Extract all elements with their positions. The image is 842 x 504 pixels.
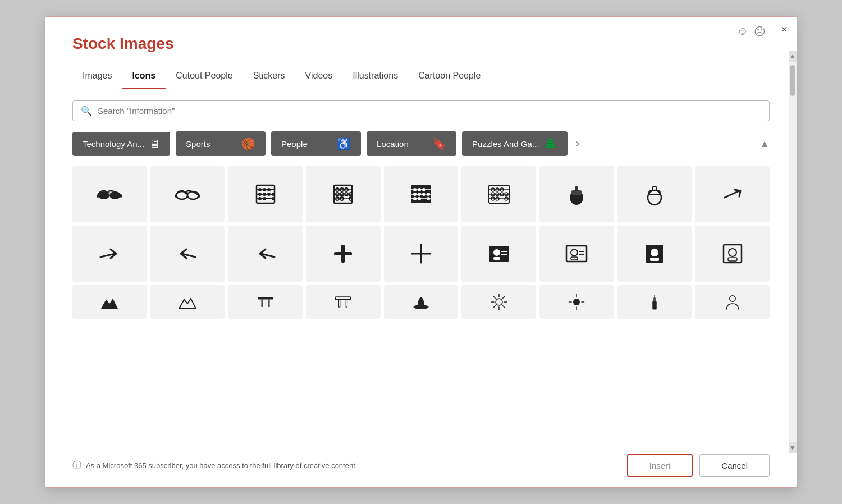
tab-icons[interactable]: Icons [122, 66, 166, 89]
svg-rect-82 [571, 257, 578, 260]
puzzles-icon: 🌲 [543, 137, 557, 150]
icon-table-outline[interactable] [306, 285, 381, 319]
sports-icon: 🏀 [241, 137, 255, 150]
happy-icon[interactable]: ☺ [737, 25, 748, 38]
icon-person-outline[interactable] [695, 285, 770, 319]
svg-point-45 [418, 193, 421, 196]
category-technology-label: Technology An... [83, 139, 144, 149]
icon-acorn-outline[interactable] [617, 166, 692, 222]
svg-point-115 [729, 296, 735, 302]
svg-point-81 [571, 249, 578, 256]
scrollbar-thumb[interactable] [790, 65, 795, 96]
search-bar: 🔍 [72, 100, 770, 121]
svg-rect-90 [728, 258, 737, 261]
close-button[interactable]: × [781, 24, 788, 35]
category-puzzles[interactable]: Puzzles And Ga... 🌲 [462, 131, 568, 156]
icon-arrow-left[interactable] [228, 226, 303, 282]
svg-rect-112 [652, 301, 657, 310]
icon-table[interactable] [228, 285, 303, 319]
icon-3d-glasses-filled[interactable] [72, 166, 147, 222]
dialog-title: Stock Images [72, 35, 770, 53]
icons-grid-row2 [72, 226, 770, 282]
icon-id-card-filled[interactable] [617, 226, 692, 282]
svg-rect-8 [198, 194, 200, 198]
category-row: Technology An... 🖥 Sports 🏀 People ♿ Loc… [45, 121, 797, 156]
tab-stickers[interactable]: Stickers [243, 66, 295, 89]
category-sports-label: Sports [186, 139, 210, 149]
svg-rect-67 [575, 186, 578, 191]
category-people[interactable]: People ♿ [271, 131, 361, 156]
svg-rect-93 [268, 300, 269, 308]
category-location-label: Location [377, 139, 409, 149]
tab-cartoon-people[interactable]: Cartoon People [408, 66, 491, 89]
sad-icon[interactable]: ☹ [754, 25, 766, 38]
category-next-button[interactable]: › [575, 136, 579, 151]
category-puzzles-label: Puzzles And Ga... [472, 139, 539, 149]
icon-candle[interactable] [617, 285, 692, 319]
footer-info-text: As a Microsoft 365 subscriber, you have … [86, 461, 357, 470]
category-technology[interactable]: Technology An... 🖥 [72, 132, 170, 156]
icon-sun-filled[interactable] [539, 285, 614, 319]
svg-line-105 [502, 296, 504, 298]
svg-point-19 [272, 193, 275, 196]
svg-rect-87 [650, 258, 659, 261]
icon-abacus-filled[interactable] [228, 166, 303, 222]
svg-rect-3 [97, 194, 99, 198]
svg-point-86 [651, 249, 658, 256]
search-bar-wrap: 🔍 [45, 89, 797, 121]
icon-hat[interactable] [384, 285, 459, 319]
icon-mountain[interactable] [72, 285, 147, 319]
scrollbar-up-arrow[interactable]: ▲ [759, 138, 770, 150]
svg-point-68 [648, 190, 661, 205]
icon-abacus-outline2[interactable] [461, 166, 536, 222]
tab-illustrations[interactable]: Illustrations [342, 66, 408, 89]
svg-point-21 [263, 197, 266, 200]
icon-abacus-outline[interactable] [306, 166, 381, 222]
svg-line-106 [493, 306, 495, 308]
svg-point-76 [493, 249, 500, 256]
icon-abacus-dark-filled[interactable] [384, 166, 459, 222]
icon-acorn-filled[interactable] [539, 166, 614, 222]
svg-rect-77 [493, 257, 500, 260]
svg-point-50 [427, 197, 430, 200]
svg-rect-88 [724, 245, 742, 263]
svg-point-15 [267, 188, 271, 191]
category-location[interactable]: Location 🔖 [367, 131, 456, 156]
svg-point-107 [573, 299, 580, 305]
tab-videos[interactable]: Videos [295, 66, 343, 89]
icon-arrow-diagonal-right[interactable] [695, 166, 770, 222]
tab-images[interactable]: Images [72, 66, 122, 89]
svg-point-48 [413, 197, 417, 200]
icon-3d-glasses-outline[interactable] [150, 166, 225, 222]
stock-images-dialog: × ☺ ☹ Stock Images Images Icons Cutout P… [45, 16, 797, 488]
icon-mountain-outline[interactable] [150, 285, 225, 319]
scrollbar: ▲ ▼ [789, 51, 797, 453]
info-icon: ⓘ [72, 460, 81, 471]
icon-sun-outline[interactable] [461, 285, 536, 319]
scrollbar-down-btn[interactable]: ▼ [789, 442, 797, 453]
search-input[interactable] [98, 106, 761, 116]
cancel-button[interactable]: Cancel [699, 454, 770, 477]
icon-plus-filled[interactable] [306, 226, 381, 282]
feedback-icons: ☺ ☹ [737, 25, 766, 38]
svg-point-14 [263, 188, 266, 191]
icon-address-card-outline[interactable] [539, 226, 614, 282]
icon-arrow-left-up[interactable] [150, 226, 225, 282]
svg-point-49 [418, 197, 421, 200]
svg-point-16 [258, 193, 262, 196]
category-people-label: People [281, 139, 308, 149]
location-icon: 🔖 [432, 137, 446, 150]
icon-plus-outline[interactable] [384, 226, 459, 282]
people-icon: ♿ [337, 137, 351, 150]
svg-rect-96 [346, 300, 347, 308]
icon-arrow-right[interactable] [72, 226, 147, 282]
category-sports[interactable]: Sports 🏀 [176, 131, 266, 156]
svg-point-113 [653, 297, 656, 302]
icon-id-card-outline[interactable] [695, 226, 770, 282]
insert-button[interactable]: Insert [627, 454, 693, 477]
icons-grid-wrap [45, 156, 797, 440]
svg-point-22 [272, 197, 275, 200]
scrollbar-up-btn[interactable]: ▲ [789, 51, 797, 62]
tab-cutout-people[interactable]: Cutout People [166, 66, 242, 89]
icon-address-card-filled[interactable] [461, 226, 536, 282]
